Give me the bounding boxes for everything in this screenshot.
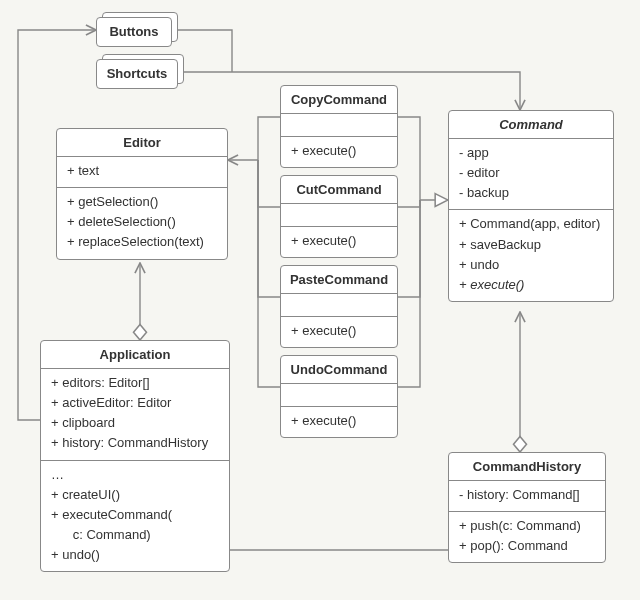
commandhistory-field: - history: Command[]: [459, 485, 595, 505]
commandhistory-title: CommandHistory: [449, 453, 605, 481]
editor-class: Editor + text + getSelection() + deleteS…: [56, 128, 228, 260]
copycommand-class: CopyCommand + execute(): [280, 85, 398, 168]
cutcommand-method: + execute(): [291, 231, 387, 251]
buttons-label: Buttons: [97, 18, 171, 45]
application-field: + editors: Editor[]: [51, 373, 219, 393]
application-method: + executeCommand(: [51, 505, 219, 525]
editor-method: + getSelection(): [67, 192, 217, 212]
commandhistory-class: CommandHistory - history: Command[] + pu…: [448, 452, 606, 563]
command-method: + saveBackup: [459, 235, 603, 255]
application-method: + createUI(): [51, 485, 219, 505]
undocommand-title: UndoCommand: [281, 356, 397, 384]
application-method: + undo(): [51, 545, 219, 565]
editor-method: + deleteSelection(): [67, 212, 217, 232]
application-field: + activeEditor: Editor: [51, 393, 219, 413]
copycommand-title: CopyCommand: [281, 86, 397, 114]
cutcommand-title: CutCommand: [281, 176, 397, 204]
application-field: + clipboard: [51, 413, 219, 433]
application-field: + history: CommandHistory: [51, 433, 219, 453]
pastecommand-method: + execute(): [291, 321, 387, 341]
command-method: + undo: [459, 255, 603, 275]
command-field: - app: [459, 143, 603, 163]
command-method: + Command(app, editor): [459, 214, 603, 234]
application-method: …: [51, 465, 219, 485]
undocommand-class: UndoCommand + execute(): [280, 355, 398, 438]
command-field: - editor: [459, 163, 603, 183]
application-class: Application + editors: Editor[] + active…: [40, 340, 230, 572]
copycommand-method: + execute(): [291, 141, 387, 161]
undocommand-method: + execute(): [291, 411, 387, 431]
pastecommand-class: PasteCommand + execute(): [280, 265, 398, 348]
command-field: - backup: [459, 183, 603, 203]
shortcuts-label: Shortcuts: [97, 60, 177, 87]
command-method-abstract: + execute(): [459, 275, 603, 295]
application-title: Application: [41, 341, 229, 369]
command-class: Command - app - editor - backup + Comman…: [448, 110, 614, 302]
commandhistory-method: + push(c: Command): [459, 516, 595, 536]
cutcommand-class: CutCommand + execute(): [280, 175, 398, 258]
buttons-box: Buttons: [96, 17, 172, 47]
pastecommand-title: PasteCommand: [281, 266, 397, 294]
editor-method: + replaceSelection(text): [67, 232, 217, 252]
editor-title: Editor: [57, 129, 227, 157]
application-method: c: Command): [51, 525, 219, 545]
commandhistory-method: + pop(): Command: [459, 536, 595, 556]
command-title: Command: [449, 111, 613, 139]
editor-field-text: + text: [67, 161, 217, 181]
shortcuts-box: Shortcuts: [96, 59, 178, 89]
